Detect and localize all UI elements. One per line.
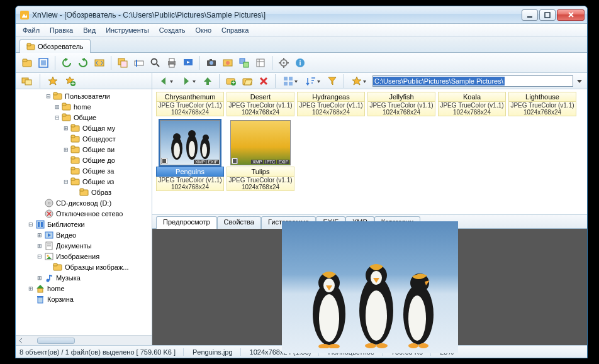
home-icon [35, 284, 45, 294]
scrollbar-thumb[interactable] [37, 338, 75, 344]
open2-button[interactable] [240, 74, 255, 89]
menu-вид[interactable]: Вид [79, 25, 100, 35]
menu-файл[interactable]: Файл [18, 25, 44, 35]
multi-button[interactable] [237, 55, 252, 70]
web-button[interactable] [253, 55, 268, 70]
rot-cw-button[interactable] [76, 55, 91, 70]
path-input[interactable]: C:\Users\Public\Pictures\Sample Pictures… [372, 75, 573, 87]
tree-item[interactable]: ⊞home [16, 101, 152, 112]
tree-item[interactable]: ⊞home [16, 283, 152, 294]
tree-twist[interactable]: ⊟ [36, 253, 43, 260]
tree-item[interactable]: ⊞Общая му [16, 123, 152, 133]
thumbnail-jellyfish[interactable]: JellyfishJPEG TrueColor (v1.1)1024x768x2… [367, 92, 435, 116]
capture-button[interactable] [204, 55, 219, 70]
folders-button[interactable] [20, 74, 35, 89]
help-button[interactable]: i [293, 55, 308, 70]
viewmode-button[interactable] [279, 74, 301, 89]
slide-button[interactable] [181, 55, 196, 70]
search-button[interactable] [148, 55, 163, 70]
thumbnail-lighthouse[interactable]: LighthouseJPEG TrueColor (v1.1)1024x768x… [508, 92, 576, 116]
tree-item[interactable]: ⊟Общие [16, 112, 152, 123]
tree-item[interactable]: ⊟Библиотеки [16, 219, 152, 229]
tree-item[interactable]: Отключенное сетево [16, 208, 152, 219]
tree-twist[interactable] [45, 263, 52, 270]
tree-twist[interactable] [62, 157, 69, 163]
tree-twist[interactable] [62, 167, 69, 174]
rot-ccw-button[interactable] [59, 55, 74, 70]
thumbnail-chrysanthemum[interactable]: ChrysanthemumJPEG TrueColor (v1.1)1024x7… [156, 92, 224, 116]
path-dropdown-button[interactable] [574, 74, 585, 89]
tree-item[interactable]: Образцы изображ... [16, 262, 152, 272]
tree-item[interactable]: ⊞Видео [16, 229, 152, 240]
preview-tab-0[interactable]: Предпросмотр [156, 216, 217, 229]
close-button[interactable] [557, 9, 585, 21]
maximize-button[interactable] [539, 9, 556, 21]
tree-twist[interactable] [62, 135, 69, 142]
print-button[interactable] [164, 55, 179, 70]
tree-hscrollbar[interactable] [16, 335, 152, 345]
tree-twist[interactable]: ⊞ [27, 285, 34, 292]
thumbnail-tulips[interactable]: XMPIPTCEXIFTulipsJPEG TrueColor (v1.1)10… [227, 119, 294, 191]
filter-button[interactable] [325, 74, 340, 89]
tree-item[interactable]: Общие за [16, 165, 152, 176]
back-button[interactable] [155, 74, 176, 89]
open-button[interactable] [20, 55, 35, 70]
tree-twist[interactable]: ⊞ [62, 124, 69, 131]
fwd-icon [181, 75, 192, 87]
fullscreen-button[interactable] [36, 55, 51, 70]
thumbnail-penguins[interactable]: XMPEXIFPenguinsJPEG TrueColor (v1.1)1024… [156, 119, 224, 191]
tree-twist[interactable] [71, 189, 78, 196]
tree-item[interactable]: ⊟Пользователи [16, 91, 152, 101]
thumbnail-hydrangeas[interactable]: HydrangeasJPEG TrueColor (v1.1)1024x768x… [297, 92, 365, 116]
up-button[interactable] [200, 74, 215, 89]
favorites-button[interactable] [45, 74, 60, 89]
menu-правка[interactable]: Правка [45, 25, 77, 35]
tree-item[interactable]: CD-дисковод (D:) [16, 197, 152, 208]
tree-twist[interactable]: ⊞ [36, 242, 43, 249]
tree-item[interactable]: ⊞Музыка [16, 272, 152, 283]
folder-tree[interactable]: ⊟Пользователи⊞home⊟Общие⊞Общая муОбщедос… [16, 89, 152, 335]
tree-twist[interactable]: ⊟ [53, 114, 60, 121]
sort-button[interactable] [302, 74, 323, 89]
tree-twist[interactable]: ⊞ [62, 146, 69, 153]
tree-item[interactable]: ⊟Общие из [16, 176, 152, 187]
tree-item[interactable]: ⊞Документы [16, 240, 152, 251]
tree-twist[interactable]: ⊞ [36, 274, 43, 281]
minimize-button[interactable] [522, 9, 538, 21]
fwd-button[interactable] [177, 74, 199, 89]
tree-twist[interactable] [27, 295, 34, 302]
tree-item[interactable]: ⊞Общие ви [16, 144, 152, 155]
menu-инструменты[interactable]: Инструменты [101, 25, 154, 35]
tree-item[interactable]: Корзина [16, 294, 152, 304]
twain-button[interactable] [220, 55, 235, 70]
favorites-add-button[interactable]: + [63, 74, 78, 89]
tree-twist[interactable]: ⊟ [45, 92, 52, 99]
tree-twist[interactable]: ⊟ [62, 178, 69, 185]
tree-twist[interactable]: ⊞ [53, 103, 60, 110]
tree-twist[interactable]: ⊞ [36, 231, 43, 238]
tree-twist[interactable] [36, 210, 43, 217]
delete-button[interactable] [256, 74, 271, 89]
titlebar[interactable]: XnView - [Обозреватель - C:\Users\Public… [16, 6, 587, 24]
preview-area[interactable] [152, 229, 587, 345]
tree-item[interactable]: Общие до [16, 155, 152, 165]
preview-tab-1[interactable]: Свойства [217, 216, 261, 229]
fit-button[interactable] [92, 55, 107, 70]
tree-item[interactable]: Образ [16, 187, 152, 197]
tree-twist[interactable]: ⊟ [27, 221, 34, 228]
thumbnail-browser[interactable]: ChrysanthemumJPEG TrueColor (v1.1)1024x7… [152, 89, 587, 215]
tree-item[interactable]: Общедост [16, 133, 152, 144]
settings-button[interactable] [276, 55, 291, 70]
menu-создать[interactable]: Создать [155, 25, 190, 35]
tab-browser[interactable]: Обозреватель [20, 39, 91, 53]
newfolder-button[interactable]: + [223, 74, 238, 89]
rename-button[interactable] [132, 55, 147, 70]
menu-окно[interactable]: Окно [191, 25, 216, 35]
tree-item[interactable]: ⊟Изображения [16, 251, 152, 262]
fav-button[interactable] [348, 74, 369, 89]
thumbnail-desert[interactable]: DesertJPEG TrueColor (v1.1)1024x768x24 [227, 92, 294, 116]
tree-twist[interactable] [36, 199, 43, 206]
batch-button[interactable] [115, 55, 130, 70]
menu-справка[interactable]: Справка [217, 25, 253, 35]
thumbnail-koala[interactable]: KoalaJPEG TrueColor (v1.1)1024x768x24 [438, 92, 506, 116]
